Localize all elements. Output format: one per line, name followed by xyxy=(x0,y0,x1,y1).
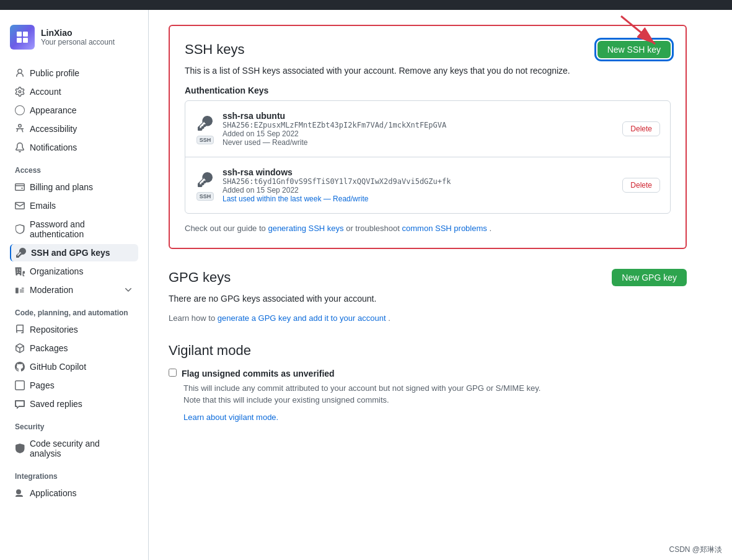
security-section-label: Security xyxy=(15,422,138,431)
sidebar-item-label: Appearance xyxy=(30,105,77,115)
sidebar-item-appearance[interactable]: Appearance xyxy=(10,102,138,119)
user-subtitle: Your personal account xyxy=(41,38,115,46)
flag-unsigned-checkbox[interactable] xyxy=(169,369,177,377)
flag-unsigned-label[interactable]: Flag unsigned commits as unverified xyxy=(182,369,335,378)
svg-rect-0 xyxy=(17,32,22,37)
sidebar-item-accessibility[interactable]: Accessibility xyxy=(10,120,138,138)
key-used: Never used — Read/write xyxy=(223,138,615,147)
avatar xyxy=(10,25,35,50)
sidebar-item-packages[interactable]: Packages xyxy=(10,339,138,357)
sidebar-item-label: Saved replies xyxy=(30,399,82,409)
sidebar-item-pages[interactable]: Pages xyxy=(10,377,138,394)
flag-unsigned-row: Flag unsigned commits as unverified xyxy=(169,369,687,378)
sidebar-item-label: Password and authentication xyxy=(30,219,133,239)
code-section-label: Code, planning, and automation xyxy=(15,308,138,317)
sidebar-item-emails[interactable]: Emails xyxy=(10,197,138,214)
delete-key-button[interactable]: Delete xyxy=(622,121,660,136)
key-used-highlight: Last used within the last week — Read/wr… xyxy=(223,195,615,203)
ssh-key-item: SSH ssh-rsa windows SHA256:t6yd1Gnf0vS9S… xyxy=(185,157,670,213)
gpg-section-header: GPG keys New GPG key xyxy=(169,269,687,286)
sidebar-item-label: Pages xyxy=(30,380,55,390)
sidebar-item-saved-replies[interactable]: Saved replies xyxy=(10,395,138,413)
key-icon-wrap: SSH xyxy=(195,170,215,201)
sidebar-item-password-auth[interactable]: Password and authentication xyxy=(10,216,138,243)
auth-keys-label: Authentication Keys xyxy=(185,85,671,95)
key-added: Added on 15 Sep 2022 xyxy=(223,129,615,138)
learn-vigilant-link[interactable]: Learn about vigilant mode. xyxy=(183,413,278,422)
watermark: CSDN @郑琳淡 xyxy=(669,545,722,555)
sidebar-item-label: Organizations xyxy=(30,266,83,276)
sidebar-item-label: Packages xyxy=(30,343,68,353)
key-fingerprint: SHA256:t6yd1Gnf0vS9SfTiS0Y1l7xQQVIwX2d9a… xyxy=(223,177,615,186)
access-section-label: Access xyxy=(15,166,138,175)
top-navigation xyxy=(0,0,732,10)
sidebar-item-label: GitHub Copilot xyxy=(30,362,86,372)
gpg-no-keys-text: There are no GPG keys associated with yo… xyxy=(169,294,687,304)
integrations-section-label: Integrations xyxy=(15,472,138,481)
new-ssh-key-button[interactable]: New SSH key xyxy=(598,41,671,58)
generate-gpg-key-link[interactable]: generate a GPG key and add it to your ac… xyxy=(218,313,386,323)
vigilant-mode-section: Vigilant mode Flag unsigned commits as u… xyxy=(169,343,687,422)
sidebar-item-label: Accessibility xyxy=(30,124,77,134)
sidebar-item-applications[interactable]: Applications xyxy=(10,484,138,502)
sidebar-item-account[interactable]: Account xyxy=(10,83,138,100)
sidebar-item-notifications[interactable]: Notifications xyxy=(10,139,138,156)
ssh-badge: SSH xyxy=(196,136,214,144)
key-name: ssh-rsa ubuntu xyxy=(223,111,615,121)
sidebar: LinXiao Your personal account Public pro… xyxy=(0,10,149,560)
sidebar-item-public-profile[interactable]: Public profile xyxy=(10,64,138,82)
gpg-learn-text: Learn how to generate a GPG key and add … xyxy=(169,313,687,323)
ssh-section-header: SSH keys New SSH key xyxy=(185,41,671,58)
sidebar-item-label: Notifications xyxy=(30,142,77,152)
ssh-key-list: SSH ssh-rsa ubuntu SHA256:EZpusxMLzFMntE… xyxy=(185,100,671,214)
sidebar-item-ssh-gpg[interactable]: SSH and GPG keys xyxy=(10,244,138,261)
sidebar-item-label: Account xyxy=(30,87,61,97)
sidebar-item-label: Moderation xyxy=(30,285,73,295)
key-name: ssh-rsa windows xyxy=(223,167,615,177)
key-icon-wrap: SSH xyxy=(195,113,215,144)
vigilant-desc2: Note that this will include your existin… xyxy=(183,395,687,405)
sidebar-item-label: Billing and plans xyxy=(30,182,93,192)
gpg-section-title: GPG keys xyxy=(169,269,231,286)
gpg-keys-section: GPG keys New GPG key There are no GPG ke… xyxy=(169,269,687,323)
vigilant-desc1: This will include any commit attributed … xyxy=(183,383,687,393)
sidebar-item-label: Public profile xyxy=(30,68,79,78)
sidebar-item-label: Emails xyxy=(30,201,56,211)
main-content: SSH keys New SSH key This is a list of S… xyxy=(149,10,707,560)
key-added: Added on 15 Sep 2022 xyxy=(223,186,615,195)
svg-rect-3 xyxy=(23,38,28,43)
delete-key-button[interactable]: Delete xyxy=(622,178,660,193)
sidebar-item-billing[interactable]: Billing and plans xyxy=(10,178,138,196)
sidebar-item-organizations[interactable]: Organizations xyxy=(10,263,138,280)
sidebar-item-label: Code security and analysis xyxy=(30,439,133,458)
key-icon xyxy=(195,170,215,190)
ssh-keys-section: SSH keys New SSH key This is a list of S… xyxy=(169,25,687,249)
svg-line-5 xyxy=(621,16,655,44)
ssh-footer: Check out our guide to generating SSH ke… xyxy=(185,224,671,233)
ssh-section-title: SSH keys xyxy=(185,42,245,58)
ssh-section-desc: This is a list of SSH keys associated wi… xyxy=(185,66,671,76)
key-fingerprint: SHA256:EZpusxMLzFMntEZbt43pI2kFm7VAd/1mc… xyxy=(223,121,615,129)
ssh-key-item: SSH ssh-rsa ubuntu SHA256:EZpusxMLzFMntE… xyxy=(185,101,670,157)
sidebar-item-label: Repositories xyxy=(30,325,78,335)
user-name: LinXiao xyxy=(41,28,115,38)
vigilant-mode-title: Vigilant mode xyxy=(169,343,687,359)
key-icon xyxy=(195,113,215,133)
generating-ssh-keys-link[interactable]: generating SSH keys xyxy=(268,224,343,233)
ssh-badge: SSH xyxy=(196,192,214,201)
common-ssh-problems-link[interactable]: common SSH problems xyxy=(402,224,487,233)
key-details: ssh-rsa ubuntu SHA256:EZpusxMLzFMntEZbt4… xyxy=(223,111,615,147)
sidebar-item-label: Applications xyxy=(30,488,77,498)
new-gpg-key-button[interactable]: New GPG key xyxy=(612,269,687,286)
sidebar-item-code-security[interactable]: Code security and analysis xyxy=(10,435,138,462)
user-info: LinXiao Your personal account xyxy=(10,25,138,50)
sidebar-item-moderation[interactable]: Moderation xyxy=(10,281,138,299)
sidebar-item-copilot[interactable]: GitHub Copilot xyxy=(10,358,138,375)
sidebar-item-repositories[interactable]: Repositories xyxy=(10,321,138,338)
svg-rect-2 xyxy=(17,38,22,43)
key-details: ssh-rsa windows SHA256:t6yd1Gnf0vS9SfTiS… xyxy=(223,167,615,203)
svg-rect-1 xyxy=(23,32,28,37)
sidebar-item-label: SSH and GPG keys xyxy=(31,248,110,258)
